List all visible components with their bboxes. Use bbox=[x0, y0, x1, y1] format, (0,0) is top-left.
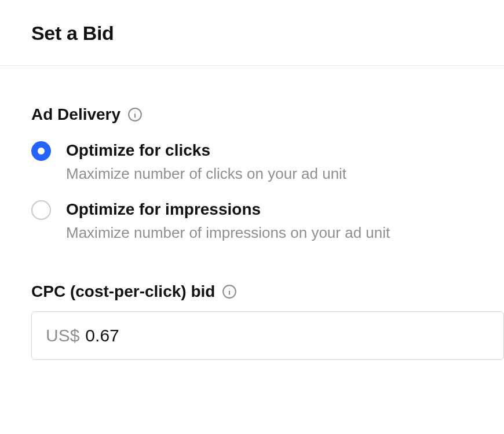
ad-delivery-options: Optimize for clicks Maximize number of c… bbox=[31, 140, 504, 243]
info-icon[interactable] bbox=[222, 284, 237, 299]
content: Ad Delivery Optimize for clicks Maximize… bbox=[0, 66, 504, 360]
radio-indicator bbox=[31, 141, 51, 161]
svg-point-5 bbox=[229, 289, 230, 289]
option-text: Optimize for clicks Maximize number of c… bbox=[66, 140, 346, 184]
cpc-input-wrap[interactable]: US$ bbox=[31, 311, 504, 360]
currency-prefix: US$ bbox=[46, 326, 79, 345]
header-section: Set a Bid bbox=[0, 0, 504, 66]
option-desc: Maximize number of clicks on your ad uni… bbox=[66, 164, 346, 184]
option-desc: Maximize number of impressions on your a… bbox=[66, 223, 390, 243]
ad-delivery-label: Ad Delivery bbox=[31, 105, 120, 124]
cpc-label-row: CPC (cost-per-click) bid bbox=[31, 282, 504, 301]
option-title: Optimize for clicks bbox=[66, 140, 346, 160]
cpc-label: CPC (cost-per-click) bid bbox=[31, 282, 215, 301]
radio-indicator bbox=[31, 200, 51, 220]
option-title: Optimize for impressions bbox=[66, 199, 390, 219]
option-text: Optimize for impressions Maximize number… bbox=[66, 199, 390, 243]
ad-delivery-label-row: Ad Delivery bbox=[31, 105, 504, 124]
option-optimize-for-clicks[interactable]: Optimize for clicks Maximize number of c… bbox=[31, 140, 504, 184]
info-icon[interactable] bbox=[127, 107, 143, 122]
page-title: Set a Bid bbox=[31, 22, 504, 45]
option-optimize-for-impressions[interactable]: Optimize for impressions Maximize number… bbox=[31, 199, 504, 243]
cpc-bid-input[interactable] bbox=[85, 326, 201, 345]
svg-point-2 bbox=[134, 111, 135, 112]
